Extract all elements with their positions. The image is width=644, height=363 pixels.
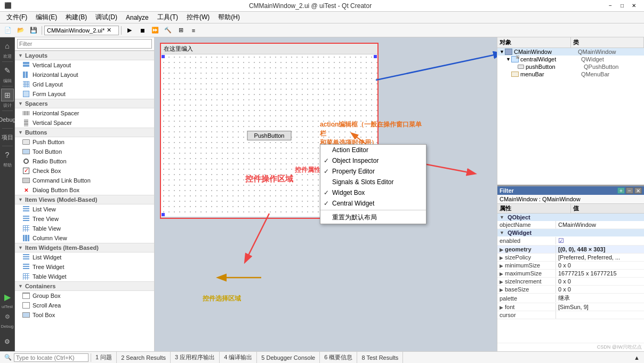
toolbar-run[interactable]: ▶ <box>124 25 135 36</box>
menu-build[interactable]: 构建(B) <box>61 12 91 23</box>
sidebar-item-radio-button[interactable]: Radio Button <box>15 156 154 166</box>
menu-tools[interactable]: 工具(T) <box>153 12 182 23</box>
sidebar-item-horizontal-layout[interactable]: Horizontal Layout <box>15 70 154 80</box>
menu-analyze[interactable]: Analyze <box>122 13 153 22</box>
sidebar-section-itemviews[interactable]: ▼ Item Views (Model-Based) <box>15 195 154 204</box>
menu-debug[interactable]: 调试(D) <box>91 12 122 23</box>
sidebar-item-scroll-area[interactable]: Scroll Area <box>15 301 154 310</box>
tree-row-pushbutton[interactable]: pushButton QPushButton <box>497 63 644 70</box>
context-menu-action-editor[interactable]: Action Editor <box>320 145 426 155</box>
sidebar-item-list-widget[interactable]: List Widget <box>15 252 154 262</box>
prop-row-basesize[interactable]: ▶baseSize 0 x 0 <box>497 286 644 294</box>
toolbar-step[interactable]: ⏩ <box>149 25 161 36</box>
sidebar-item-dialog-button[interactable]: ✕ Dialog Button Box <box>15 185 154 195</box>
sidebar-item-check-box[interactable]: Check Box <box>15 166 154 176</box>
prop-row-maximumsize[interactable]: ▶maximumSize 16777215 x 16777215 <box>497 270 644 278</box>
sidebar-section-itemwidgets[interactable]: ▼ Item Widgets (Item-Based) <box>15 243 154 252</box>
property-add-btn[interactable]: + <box>617 187 625 194</box>
sidebar-item-command-link[interactable]: Command Link Button <box>15 176 154 185</box>
menu-file[interactable]: 文件(F) <box>2 12 31 23</box>
status-search-input[interactable] <box>14 353 88 362</box>
prop-group-qobject[interactable]: ▼ QObject <box>497 214 644 221</box>
prop-row-geometry[interactable]: ▶geometry [(0, 0), 448 × 303] <box>497 246 644 254</box>
iconbar-edit[interactable]: ✎ <box>1 64 14 77</box>
tree-row-cmainwindow[interactable]: ▼ CMainWindow QMainWindow <box>497 48 644 56</box>
context-menu-widget-box[interactable]: ✓ Widget Box <box>320 187 426 198</box>
menu-help[interactable]: 帮助(H) <box>214 12 244 23</box>
sidebar-item-vertical-layout[interactable]: Vertical Layout <box>15 60 154 70</box>
menu-widgets[interactable]: 控件(W) <box>182 12 214 23</box>
close-button[interactable]: ✕ <box>628 1 640 11</box>
toolbar-new[interactable]: 📄 <box>2 25 14 36</box>
status-search-results[interactable]: 2 Search Results <box>117 352 171 363</box>
status-compile-output[interactable]: 4 编译输出 <box>220 352 257 363</box>
prop-row-sizepolicy[interactable]: ▶sizePolicy [Preferred, Preferred, ... <box>497 254 644 262</box>
close-file-btn[interactable]: ✕ <box>107 27 111 34</box>
sidebar-section-layouts[interactable]: ▼ Layouts <box>15 51 154 60</box>
prop-row-font[interactable]: ▶font [SimSun, 9] <box>497 303 644 311</box>
iconbar-debug2[interactable]: ⚙ <box>1 310 14 323</box>
iconbar-welcome[interactable]: ⌂ <box>1 40 14 52</box>
sidebar-item-grid-layout[interactable]: Grid Layout <box>15 80 154 89</box>
iconbar-debug[interactable]: Debug <box>1 113 14 126</box>
status-app-output[interactable]: 3 应用程序输出 <box>171 352 220 363</box>
toolbar-build[interactable]: 🔨 <box>162 25 174 36</box>
iconbar-design[interactable]: ⊞ <box>1 89 14 101</box>
menu-edit[interactable]: 编辑(E) <box>31 12 61 23</box>
toolbar-grid[interactable]: ⊞ <box>175 25 187 36</box>
sidebar-item-column-view[interactable]: Column View <box>15 233 154 243</box>
sidebar-item-vert-spacer[interactable]: Vertical Spacer <box>15 118 154 128</box>
prop-row-objectname[interactable]: objectName CMainWindow <box>497 221 644 229</box>
sidebar-item-tree-widget[interactable]: Tree Widget <box>15 262 154 272</box>
sidebar-item-table-widget[interactable]: Table Widget <box>15 272 154 281</box>
iconbar-project[interactable]: 项目 <box>1 131 14 144</box>
sidebar-section-spacers[interactable]: ▼ Spacers <box>15 99 154 108</box>
push-button-widget[interactable]: PushButton <box>247 131 292 140</box>
status-test-results[interactable]: 8 Test Results <box>357 352 403 363</box>
toolbar-open[interactable]: 📂 <box>15 25 27 36</box>
sidebar-scroll[interactable]: ▼ Layouts Vertical Layout Horizontal Lay… <box>15 51 154 351</box>
context-menu-reset[interactable]: 重置为默认布局 <box>320 211 426 224</box>
status-summary[interactable]: 6 概要信息 <box>320 352 357 363</box>
property-minus-btn[interactable]: − <box>626 187 633 194</box>
sidebar-item-tool-button[interactable]: Tool Button <box>15 147 154 156</box>
sidebar-item-group-box[interactable]: Group Box <box>15 291 154 301</box>
property-close-btn[interactable]: ✕ <box>634 187 642 194</box>
prop-row-cursor[interactable]: cursor <box>497 311 644 319</box>
sidebar-section-buttons[interactable]: ▼ Buttons <box>15 128 154 137</box>
tree-row-menubar[interactable]: menuBar QMenuBar <box>497 70 644 78</box>
iconbar-help[interactable]: ? <box>1 148 14 161</box>
maximize-button[interactable]: □ <box>616 1 628 11</box>
prop-row-sizeincrement[interactable]: ▶sizeIncrement 0 x 0 <box>497 278 644 286</box>
context-menu-property-editor[interactable]: ✓ Property Editor <box>320 166 426 177</box>
minimize-button[interactable]: − <box>605 1 616 11</box>
toolbar-align[interactable]: ≡ <box>188 25 199 36</box>
property-table-content[interactable]: ▼ QObject objectName CMainWindow ▼ QWidg… <box>497 214 644 343</box>
status-debugger-console[interactable]: 5 Debugger Console <box>257 352 320 363</box>
context-menu-signals-slots[interactable]: Signals & Slots Editor <box>320 177 426 187</box>
sidebar-item-horiz-spacer[interactable]: Horizontal Spacer <box>15 108 154 118</box>
current-file-tab[interactable]: CMMainWindow_2.ui* ✕ <box>44 26 119 35</box>
sidebar-item-table-view[interactable]: Table View <box>15 224 154 233</box>
iconbar-run[interactable]: ▶ <box>1 290 14 303</box>
status-problems[interactable]: 1 问题 <box>91 352 117 363</box>
iconbar-settings[interactable]: ⚙ <box>1 335 14 348</box>
sidebar-item-form-layout[interactable]: Form Layout <box>15 89 154 99</box>
object-tree-content[interactable]: ▼ CMainWindow QMainWindow ▼ ✎ centralWid… <box>497 48 644 185</box>
sidebar-item-tree-view[interactable]: Tree View <box>15 214 154 224</box>
toolbar-save[interactable]: 💾 <box>28 25 39 36</box>
prop-row-minimumsize[interactable]: ▶minimumSize 0 x 0 <box>497 262 644 270</box>
prop-row-enabled[interactable]: enabled ☑ <box>497 236 644 246</box>
sidebar-item-push-button[interactable]: Push Button <box>15 137 154 147</box>
sidebar-section-containers[interactable]: ▼ Containers <box>15 281 154 291</box>
sidebar-filter-input[interactable] <box>17 39 152 49</box>
status-arrow-up[interactable]: ▲ <box>632 354 642 361</box>
prop-row-palette[interactable]: palette 继承 <box>497 294 644 303</box>
prop-group-qwidget[interactable]: ▼ QWidget <box>497 229 644 236</box>
context-menu-object-inspector[interactable]: ✓ Object Inspector <box>320 155 426 166</box>
tree-row-centralwidget[interactable]: ▼ ✎ centralWidget QWidget <box>497 56 644 63</box>
sidebar-item-tool-box[interactable]: Tool Box <box>15 310 154 320</box>
toolbar-stop[interactable]: ⏹ <box>136 25 148 36</box>
sidebar-item-list-view[interactable]: List View <box>15 204 154 214</box>
context-menu-central-widget[interactable]: ✓ Central Widget <box>320 198 426 209</box>
